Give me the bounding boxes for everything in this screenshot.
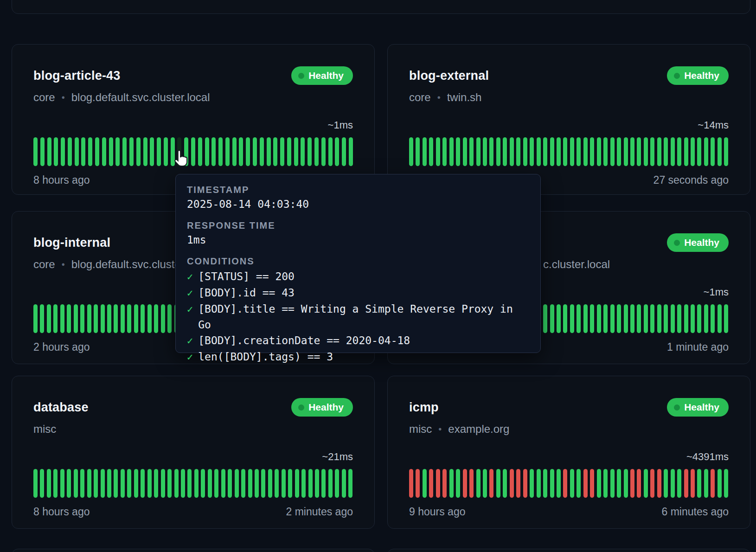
service-card-blog-article-43[interactable]: blog-article-43 Healthy core • blog.defa… <box>12 44 375 195</box>
status-bar[interactable] <box>40 304 44 333</box>
status-bar[interactable] <box>409 469 413 498</box>
status-bar[interactable] <box>315 469 319 498</box>
status-bar[interactable] <box>644 469 648 498</box>
status-bar[interactable] <box>282 469 286 498</box>
status-bar[interactable] <box>187 469 192 498</box>
status-bar[interactable] <box>47 304 51 333</box>
status-bar[interactable] <box>537 469 541 498</box>
status-bar[interactable] <box>671 304 675 333</box>
status-bar[interactable] <box>60 304 64 333</box>
status-bar[interactable] <box>154 304 158 333</box>
status-bar[interactable] <box>328 137 333 166</box>
status-bar[interactable] <box>483 469 487 498</box>
status-bar[interactable] <box>684 304 688 333</box>
status-bar[interactable] <box>650 469 654 498</box>
status-bar[interactable] <box>724 469 728 498</box>
status-bar[interactable] <box>630 137 634 166</box>
status-bar[interactable] <box>610 137 615 166</box>
status-bar[interactable] <box>161 469 165 498</box>
status-bar[interactable] <box>617 304 621 333</box>
service-card-icmp[interactable]: icmp Healthy misc • example.org ~4391ms … <box>387 376 750 529</box>
status-bar[interactable] <box>157 137 161 166</box>
status-bar[interactable] <box>650 137 654 166</box>
status-bar[interactable] <box>617 469 621 498</box>
status-bar[interactable] <box>288 469 292 498</box>
status-bar[interactable] <box>134 469 138 498</box>
status-bar[interactable] <box>503 137 507 166</box>
status-bar[interactable] <box>677 469 681 498</box>
status-bar[interactable] <box>603 304 608 333</box>
status-bar[interactable] <box>463 137 467 166</box>
status-bar[interactable] <box>523 469 527 498</box>
status-bar[interactable] <box>530 137 534 166</box>
status-bar[interactable] <box>68 137 72 166</box>
status-bar[interactable] <box>550 469 554 498</box>
status-bar[interactable] <box>583 304 588 333</box>
status-bar[interactable] <box>255 469 259 498</box>
status-bar[interactable] <box>301 469 306 498</box>
status-bar[interactable] <box>442 469 447 498</box>
status-bar[interactable] <box>610 469 615 498</box>
status-bar[interactable] <box>603 469 608 498</box>
status-bar[interactable] <box>630 469 634 498</box>
status-bar[interactable] <box>657 137 661 166</box>
status-bar[interactable] <box>718 137 722 166</box>
status-bar[interactable] <box>107 304 111 333</box>
status-bar[interactable] <box>523 137 527 166</box>
status-bar[interactable] <box>164 137 168 166</box>
status-bar[interactable] <box>449 137 454 166</box>
status-bar[interactable] <box>342 137 346 166</box>
status-bar[interactable] <box>121 469 125 498</box>
status-bar[interactable] <box>94 469 98 498</box>
status-bar[interactable] <box>476 469 481 498</box>
status-bar[interactable] <box>241 469 245 498</box>
status-bar[interactable] <box>590 304 594 333</box>
status-bar[interactable] <box>704 469 708 498</box>
status-bar[interactable] <box>127 304 131 333</box>
status-bar[interactable] <box>248 469 252 498</box>
status-bar[interactable] <box>308 137 312 166</box>
status-bar[interactable] <box>268 469 272 498</box>
status-bar[interactable] <box>684 469 688 498</box>
status-bar[interactable] <box>53 469 58 498</box>
status-bar[interactable] <box>60 469 64 498</box>
status-bar[interactable] <box>463 469 467 498</box>
status-bar[interactable] <box>469 469 474 498</box>
status-bar[interactable] <box>47 137 51 166</box>
status-bar[interactable] <box>61 137 65 166</box>
status-bar[interactable] <box>321 137 326 166</box>
status-bar[interactable] <box>476 137 481 166</box>
status-bar[interactable] <box>40 469 44 498</box>
status-bar[interactable] <box>143 137 147 166</box>
status-bar[interactable] <box>563 137 567 166</box>
status-bar[interactable] <box>677 137 681 166</box>
status-bar[interactable] <box>543 137 547 166</box>
status-bar[interactable] <box>704 304 708 333</box>
status-bar[interactable] <box>570 469 574 498</box>
status-bar[interactable] <box>275 469 279 498</box>
status-bar[interactable] <box>114 304 118 333</box>
status-bar[interactable] <box>718 304 722 333</box>
status-bar[interactable] <box>557 137 561 166</box>
status-bar[interactable] <box>644 304 648 333</box>
status-bar[interactable] <box>516 137 520 166</box>
status-bar[interactable] <box>115 137 120 166</box>
status-bar[interactable] <box>416 469 420 498</box>
status-bar[interactable] <box>75 137 79 166</box>
status-bar[interactable] <box>127 469 131 498</box>
status-bar[interactable] <box>416 137 420 166</box>
status-bar[interactable] <box>321 469 326 498</box>
status-bar[interactable] <box>121 304 125 333</box>
status-bar[interactable] <box>489 137 493 166</box>
status-bar[interactable] <box>154 469 158 498</box>
status-bar[interactable] <box>33 304 38 333</box>
status-bar[interactable] <box>510 469 514 498</box>
status-bar[interactable] <box>496 469 500 498</box>
status-bar[interactable] <box>429 137 433 166</box>
status-bar[interactable] <box>335 469 339 498</box>
status-bar[interactable] <box>167 304 172 333</box>
service-card-blog-external[interactable]: blog-external Healthy core • twin.sh ~14… <box>387 44 750 195</box>
status-bar[interactable] <box>211 137 216 166</box>
status-bar[interactable] <box>134 304 138 333</box>
status-bar[interactable] <box>489 469 493 498</box>
